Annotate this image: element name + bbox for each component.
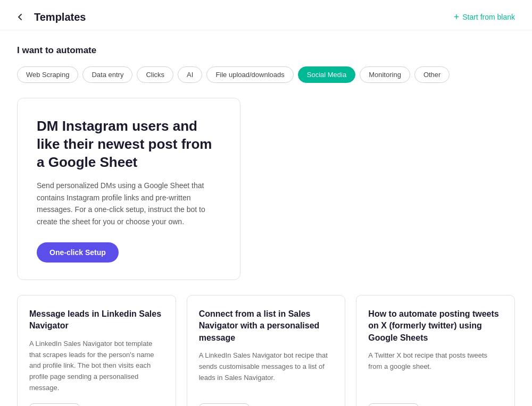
featured-card-desc: Send personalized DMs using a Google She… [37,180,221,227]
filter-file-upload[interactable]: File upload/downloads [206,66,293,83]
start-here-button-2[interactable]: Start here [368,403,419,406]
template-card-1: Connect from a list in Sales Navigator w… [187,295,346,406]
featured-card-title: DM Instagram users and like their newest… [37,117,221,171]
template-card-desc-2: A Twitter X bot recipe that posts tweets… [368,350,503,394]
featured-card: DM Instagram users and like their newest… [17,98,240,280]
template-card-desc-1: A LinkedIn Sales Navigator bot recipe th… [199,350,334,394]
plus-icon: + [454,12,460,23]
page-title: Templates [34,11,86,23]
template-card-title-0: Message leads in Linkedin Sales Navigato… [29,308,164,332]
start-blank-button[interactable]: + Start from blank [454,12,515,23]
filter-data-entry[interactable]: Data entry [82,66,132,83]
start-here-button-1[interactable]: Start here [199,403,250,406]
one-click-setup-button[interactable]: One-click Setup [37,242,119,263]
main-content: I want to automate Web Scraping Data ent… [0,30,532,406]
back-button[interactable] [13,10,28,24]
template-card-title-2: How to automate posting tweets on X (for… [368,308,503,344]
template-card-title-1: Connect from a list in Sales Navigator w… [199,308,334,344]
template-card-desc-0: A LinkedIn Sales Navigator bot template … [29,339,164,394]
page-header: Templates + Start from blank [0,0,532,30]
filter-clicks[interactable]: Clicks [137,66,173,83]
back-icon [15,12,25,22]
section-subtitle: I want to automate [17,45,515,56]
template-card-2: How to automate posting tweets on X (for… [356,295,515,406]
filter-ai[interactable]: AI [178,66,202,83]
start-blank-label: Start from blank [462,13,515,21]
filter-monitoring[interactable]: Monitoring [360,66,410,83]
filter-social-media[interactable]: Social Media [298,66,355,83]
templates-grid: Message leads in Linkedin Sales Navigato… [17,295,515,406]
filter-web-scraping[interactable]: Web Scraping [17,66,78,83]
template-card-0: Message leads in Linkedin Sales Navigato… [17,295,176,406]
filter-tabs: Web Scraping Data entry Clicks AI File u… [17,66,515,83]
start-here-button-0[interactable]: Start here [29,403,80,406]
filter-other[interactable]: Other [414,66,450,83]
header-left: Templates [13,10,86,24]
